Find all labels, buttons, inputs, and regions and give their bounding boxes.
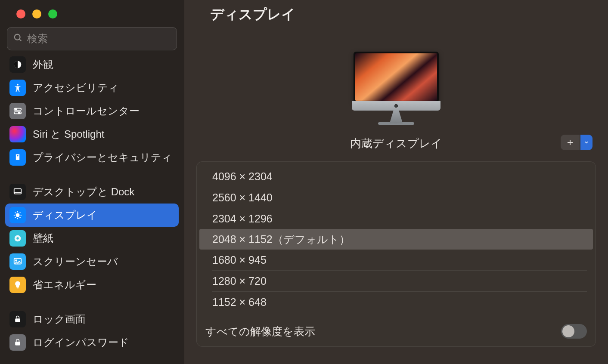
sidebar-item-label: Siri と Spotlight [33, 127, 104, 141]
display-thumbnail[interactable] [352, 52, 440, 125]
add-display-button[interactable] [561, 135, 580, 150]
search-input[interactable] [27, 33, 171, 45]
search-field[interactable] [7, 27, 177, 50]
sidebar-item-label: ログインパスワード [33, 336, 129, 349]
resolution-option[interactable]: 1280 × 720 [197, 271, 596, 291]
resolution-option[interactable]: 2560 × 1440 [197, 187, 596, 208]
resolution-option-selected[interactable]: 2048 × 1152（デフォルト） [199, 229, 593, 250]
sidebar-item-desktop-dock[interactable]: デスクトップと Dock [5, 180, 179, 204]
sidebar-item-accessibility[interactable]: アクセシビリティ [5, 76, 179, 99]
sidebar-item-wallpaper[interactable]: 壁紙 [5, 227, 179, 250]
sidebar-item-lock-screen[interactable]: ロック画面 [5, 308, 179, 331]
sidebar-item-siri-spotlight[interactable]: Siri と Spotlight [5, 123, 179, 146]
sidebar-item-privacy-security[interactable]: プライバシーとセキュリティ [5, 146, 179, 169]
control-center-icon [9, 103, 26, 119]
svg-line-16 [15, 213, 16, 213]
resolution-option[interactable]: 1152 × 648 [197, 292, 596, 312]
search-container [0, 27, 184, 55]
svg-point-8 [17, 155, 18, 156]
svg-line-19 [20, 213, 21, 213]
sidebar-item-label: ディスプレイ [33, 208, 97, 222]
main-content: ディスプレイ 内蔵ディスプレイ 4096 × 2304 2560 × 1440 … [184, 0, 608, 364]
sidebar-item-displays[interactable]: ディスプレイ [5, 204, 179, 227]
svg-point-23 [16, 260, 17, 261]
main-header: ディスプレイ [184, 0, 608, 24]
lock-screen-icon [9, 311, 26, 327]
show-all-resolutions-toggle[interactable] [561, 324, 587, 339]
svg-rect-25 [15, 318, 20, 322]
sidebar-item-appearance[interactable]: 外観 [5, 55, 179, 76]
sidebar: 外観 アクセシビリティ コントロールセンター Siri と Spotlight … [0, 0, 184, 364]
imac-screen [354, 52, 439, 102]
display-hero: 内蔵ディスプレイ [184, 24, 608, 161]
sidebar-item-label: ロック画面 [33, 312, 86, 326]
accessibility-icon [9, 80, 26, 96]
svg-point-7 [19, 112, 20, 114]
imac-chin [352, 101, 440, 111]
resolution-option[interactable]: 1680 × 945 [197, 250, 596, 270]
svg-point-0 [15, 34, 20, 40]
login-password-icon [9, 334, 26, 351]
display-name-label: 内蔵ディスプレイ [350, 136, 442, 151]
svg-point-21 [16, 237, 19, 240]
page-title: ディスプレイ [210, 5, 608, 24]
svg-point-3 [17, 84, 19, 86]
svg-line-1 [19, 39, 22, 41]
appearance-icon [9, 56, 26, 73]
displays-icon [9, 207, 26, 223]
sidebar-nav: 外観 アクセシビリティ コントロールセンター Siri と Spotlight … [0, 55, 184, 364]
add-display-dropdown[interactable] [580, 135, 592, 150]
sidebar-item-label: 省エネルギー [33, 278, 96, 292]
sidebar-item-screensaver[interactable]: スクリーンセーバ [5, 250, 179, 273]
sidebar-item-label: 外観 [33, 58, 53, 71]
wallpaper-icon [9, 230, 26, 247]
sidebar-item-label: スクリーンセーバ [33, 255, 118, 268]
svg-line-17 [20, 217, 21, 218]
resolution-option[interactable]: 2304 × 1296 [197, 208, 596, 229]
siri-icon [9, 126, 26, 142]
svg-point-6 [16, 108, 17, 110]
svg-rect-9 [14, 189, 22, 194]
sidebar-item-energy-saver[interactable]: 省エネルギー [5, 273, 179, 296]
sidebar-item-label: コントロールセンター [33, 104, 140, 118]
svg-rect-26 [15, 342, 20, 345]
show-all-resolutions-label: すべての解像度を表示 [205, 324, 315, 339]
privacy-icon [9, 149, 26, 166]
sidebar-item-label: デスクトップと Dock [33, 185, 134, 199]
svg-rect-24 [17, 287, 19, 289]
svg-line-18 [15, 217, 16, 218]
screensaver-icon [9, 253, 26, 270]
minimize-window-button[interactable] [32, 9, 41, 19]
zoom-window-button[interactable] [48, 9, 57, 19]
desktop-dock-icon [9, 184, 26, 200]
sidebar-item-control-center[interactable]: コントロールセンター [5, 99, 179, 123]
imac-stand [386, 110, 406, 123]
sidebar-item-label: 壁紙 [33, 231, 53, 245]
svg-point-11 [16, 213, 19, 216]
show-all-resolutions-row: すべての解像度を表示 [197, 316, 596, 346]
search-icon [13, 33, 23, 44]
add-display-controls [561, 135, 592, 150]
sidebar-item-login-password[interactable]: ログインパスワード [5, 331, 179, 354]
resolution-option[interactable]: 4096 × 2304 [197, 166, 596, 187]
sidebar-item-label: プライバシーとセキュリティ [33, 151, 172, 164]
window-controls [0, 0, 184, 27]
resolution-list: 4096 × 2304 2560 × 1440 2304 × 1296 2048… [197, 162, 596, 312]
energy-saver-icon [9, 277, 26, 293]
resolution-panel: 4096 × 2304 2560 × 1440 2304 × 1296 2048… [196, 161, 596, 347]
sidebar-item-label: アクセシビリティ [33, 81, 119, 95]
close-window-button[interactable] [16, 9, 25, 19]
